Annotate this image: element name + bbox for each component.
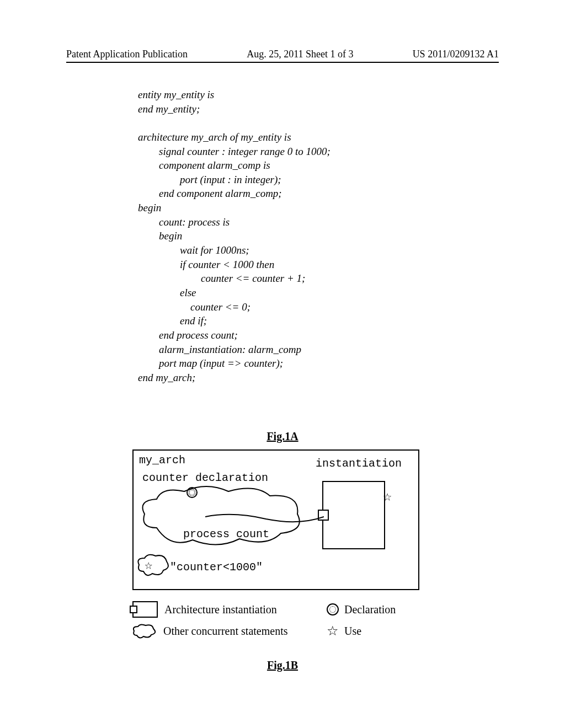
diagram-instantiation-label: instantiation bbox=[316, 457, 402, 470]
header-left: Patent Application Publication bbox=[66, 49, 188, 60]
legend-use-label: Use bbox=[344, 625, 361, 638]
legend-row: Architecture instantiation Declaration bbox=[132, 601, 441, 618]
instantiation-block-icon: ☆ bbox=[322, 481, 385, 549]
header-center: Aug. 25, 2011 Sheet 1 of 3 bbox=[247, 49, 353, 60]
legend-other-label: Other concurrent statements bbox=[163, 625, 287, 638]
figure-1a-label: Fig.1A bbox=[0, 430, 565, 443]
patent-page: Patent Application Publication Aug. 25, … bbox=[0, 0, 565, 728]
diagram-counter-declaration: counter declaration bbox=[142, 472, 268, 484]
figure-1b-label: Fig.1B bbox=[0, 659, 565, 672]
use-cloud-icon: ☆ bbox=[137, 553, 170, 577]
legend-row: Other concurrent statements ☆ Use bbox=[132, 623, 441, 639]
diagram-counter-condition: "counter<1000" bbox=[170, 561, 263, 574]
legend-star-icon: ☆ bbox=[327, 624, 339, 638]
legend: Architecture instantiation Declaration O… bbox=[132, 601, 441, 644]
legend-arch-label: Architecture instantiation bbox=[164, 603, 277, 616]
legend-declaration-icon bbox=[327, 603, 339, 615]
signal-line-icon bbox=[205, 513, 324, 526]
header-rule bbox=[66, 62, 499, 63]
legend-cloud-icon bbox=[132, 623, 157, 639]
figure-1b-diagram: my_arch instantiation counter declaratio… bbox=[132, 449, 419, 590]
use-star-icon: ☆ bbox=[383, 488, 392, 505]
legend-architecture-icon bbox=[132, 601, 158, 618]
star-icon: ☆ bbox=[145, 557, 152, 573]
page-header: Patent Application Publication Aug. 25, … bbox=[66, 49, 499, 60]
vhdl-code-block: entity my_entity is end my_entity; archi… bbox=[138, 88, 331, 384]
legend-declaration-label: Declaration bbox=[344, 603, 396, 616]
diagram-title: my_arch bbox=[139, 454, 185, 467]
header-right: US 2011/0209132 A1 bbox=[413, 49, 499, 60]
